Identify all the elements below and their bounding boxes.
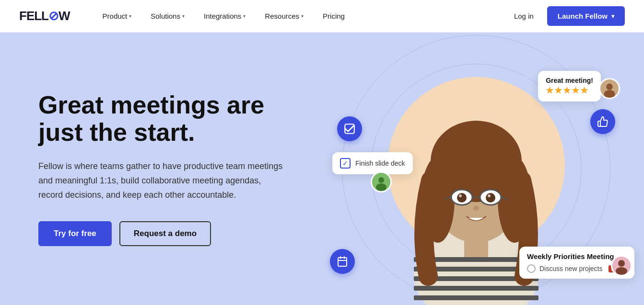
launch-fellow-button[interactable]: Launch Fellow ▾ (547, 6, 625, 26)
svg-point-13 (457, 193, 467, 203)
nav-item-solutions[interactable]: Solutions ▾ (141, 8, 194, 24)
nav-links: Product ▾ Solutions ▾ Integrations ▾ Res… (93, 8, 506, 24)
svg-point-30 (378, 177, 384, 183)
task-circle-icon (527, 264, 536, 273)
calendar-icon-circle (330, 249, 355, 274)
checkbox-checked-icon: ✓ (340, 158, 351, 169)
chevron-down-icon: ▾ (129, 13, 131, 19)
thumbs-up-icon-circle (590, 109, 615, 134)
svg-point-20 (473, 206, 479, 211)
logo[interactable]: FELL⊘W (19, 9, 70, 23)
hero-section: Great meetings are just the start. Fello… (0, 33, 644, 305)
svg-rect-4 (414, 286, 539, 291)
chevron-down-icon: ▾ (301, 13, 304, 19)
request-demo-button[interactable]: Request a demo (119, 221, 211, 246)
svg-point-16 (488, 194, 491, 197)
hero-illustration: Great meeting! ★★★★★ ✓ Finish slide deck (308, 33, 644, 305)
logo-icon: ⊘ (48, 9, 59, 23)
great-meeting-text: Great meeting! (546, 77, 593, 84)
svg-point-14 (486, 193, 495, 203)
login-button[interactable]: Log in (506, 8, 541, 24)
hero-title: Great meetings are just the start. (38, 91, 288, 146)
nav-right: Log in Launch Fellow ▾ (506, 6, 625, 26)
hero-content: Great meetings are just the start. Fello… (38, 91, 288, 246)
chevron-down-icon: ▾ (243, 13, 246, 19)
svg-rect-5 (414, 295, 539, 300)
hero-description: Fellow is where teams gather to have pro… (38, 159, 288, 202)
hero-buttons: Try for free Request a demo (38, 221, 288, 246)
svg-point-27 (606, 84, 612, 90)
try-for-free-button[interactable]: Try for free (38, 221, 112, 246)
svg-rect-22 (338, 258, 347, 266)
svg-point-33 (618, 260, 625, 267)
svg-point-31 (376, 183, 386, 191)
navbar: FELL⊘W Product ▾ Solutions ▾ Integration… (0, 0, 644, 33)
avatar-mid-left (371, 171, 392, 192)
task-text: Discuss new projects (539, 265, 603, 272)
svg-point-34 (616, 267, 627, 275)
svg-point-15 (459, 194, 462, 197)
nav-item-resources[interactable]: Resources ▾ (255, 8, 313, 24)
star-rating: ★★★★★ (546, 85, 593, 96)
nav-item-product[interactable]: Product ▾ (93, 8, 141, 24)
check-icon-circle (337, 116, 362, 141)
chevron-down-icon: ▾ (611, 13, 614, 20)
nav-item-integrations[interactable]: Integrations ▾ (194, 8, 255, 24)
svg-point-28 (604, 90, 615, 98)
slide-deck-text: Finish slide deck (355, 159, 405, 167)
chevron-down-icon: ▾ (182, 13, 185, 19)
great-meeting-card: Great meeting! ★★★★★ (538, 71, 601, 102)
avatar-bottom-right (611, 255, 632, 276)
avatar-top-right (599, 78, 620, 99)
nav-item-pricing[interactable]: Pricing (313, 8, 354, 24)
weekly-meeting-title: Weekly Priorities Meeting (527, 252, 627, 260)
slide-deck-card: ✓ Finish slide deck (332, 152, 413, 174)
